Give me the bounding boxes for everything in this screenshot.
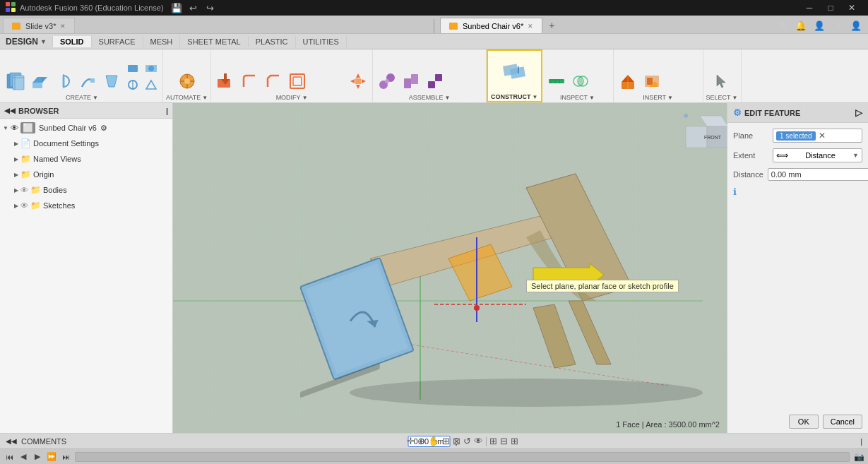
nav-icon-look[interactable]: 👁 — [474, 436, 483, 446]
insert-mcad-btn[interactable] — [683, 60, 700, 76]
scale-btn[interactable] — [310, 77, 327, 93]
extent-dropdown[interactable]: ⟺ Distance ▼ — [773, 148, 862, 162]
nav-icon-zoom-all[interactable]: ⊠ — [453, 436, 460, 446]
bodies-label: Bodies — [43, 186, 67, 194]
rib-btn[interactable] — [124, 60, 141, 76]
thread-btn[interactable] — [124, 77, 141, 93]
user-icon[interactable]: 👤 — [848, 18, 864, 33]
automate-btn[interactable] — [176, 70, 198, 93]
plane-clear-btn[interactable]: ✕ — [819, 131, 826, 141]
web-btn[interactable] — [143, 77, 160, 93]
ribbon-tab-surface[interactable]: SURFACE — [92, 36, 143, 47]
tl-next-fast[interactable]: ⏩ — [45, 451, 58, 463]
move-btn[interactable] — [347, 70, 369, 93]
doc-expand-icon: ▶ — [14, 141, 18, 147]
motion-link-btn[interactable] — [466, 77, 483, 93]
rigid-group-btn[interactable] — [448, 77, 465, 93]
fillet-btn[interactable] — [238, 70, 261, 93]
design-dropdown[interactable]: DESIGN ▼ — [0, 37, 53, 47]
comments-collapse-btn[interactable]: ◀◀ — [6, 437, 17, 445]
close-btn[interactable]: ✕ — [841, 0, 862, 16]
timeline-track[interactable] — [75, 452, 850, 462]
insert-mesh-btn[interactable] — [617, 70, 639, 93]
browser-item-bodies[interactable]: ▶ 👁 📁 Bodies — [11, 182, 172, 198]
sweep-btn[interactable] — [76, 70, 99, 93]
svg-rect-40 — [428, 81, 435, 88]
revolve-btn[interactable] — [52, 70, 75, 93]
ribbon-tab-sheetmetal[interactable]: SHEET METAL — [180, 36, 248, 47]
grid-icon[interactable]: ⊞ — [489, 436, 497, 446]
as-built-joint-btn[interactable] — [424, 70, 446, 93]
ribbon-tab-solid[interactable]: SOLID — [53, 36, 92, 47]
tab-sunbed-close[interactable]: ✕ — [528, 23, 533, 30]
ok-button[interactable]: OK — [789, 415, 819, 429]
root-options-icon[interactable]: ⚙ — [100, 124, 107, 133]
browser-item-doc-settings[interactable]: ▶ 📄 Document Settings — [11, 136, 172, 151]
tl-camera-icon[interactable]: 📷 — [852, 451, 865, 463]
grid2-icon[interactable]: ⊟ — [500, 436, 508, 446]
ribbon-tab-mesh[interactable]: MESH — [143, 36, 181, 47]
maximize-btn[interactable]: □ — [820, 0, 841, 16]
curvature-btn[interactable] — [593, 60, 610, 76]
press-pull-btn[interactable] — [214, 70, 237, 93]
joint-btn[interactable] — [376, 70, 398, 93]
grid-view-icon[interactable]: ⊞ — [775, 18, 790, 33]
viewport[interactable]: Select plane, planar face or sketch prof… — [173, 103, 727, 433]
new-component-btn[interactable] — [4, 70, 27, 93]
browser-item-sketches[interactable]: ▶ 👁 📁 Sketches — [11, 198, 172, 213]
browser-collapse-btn[interactable]: ◀◀ — [4, 107, 16, 114]
browser-item-origin[interactable]: ▶ 📁 Origin — [11, 167, 172, 182]
insert-canvas-btn[interactable] — [641, 70, 663, 93]
drive-joints-btn[interactable] — [466, 60, 483, 76]
distance-input[interactable] — [768, 168, 868, 181]
shell-btn[interactable] — [286, 70, 309, 93]
offset-plane-btn[interactable] — [500, 58, 528, 86]
comments-pin-btn[interactable]: | — [860, 437, 862, 446]
combine-btn[interactable] — [328, 60, 345, 76]
isocurve-btn[interactable] — [593, 77, 610, 93]
redo-btn[interactable]: ↪ — [203, 1, 218, 15]
nav-icon-move[interactable]: ✛ — [407, 436, 415, 446]
nav-icon-orbit[interactable]: ↺ — [463, 436, 471, 446]
tab-slide[interactable]: Slide v3* ✕ — [3, 18, 75, 33]
help-icon[interactable]: ? — [830, 18, 845, 33]
browser-item-root[interactable]: ▼ 👁 ⬜ Sunbed Chair v6 ⚙ — [0, 120, 172, 136]
nav-icon-snap[interactable]: ⊕ — [417, 436, 425, 446]
browser-pin-btn[interactable]: | — [166, 107, 168, 115]
tab-add-btn[interactable]: + — [544, 18, 559, 33]
tl-prev[interactable]: ◀ — [17, 451, 30, 463]
measure-btn[interactable] — [545, 70, 568, 93]
interference-btn[interactable] — [569, 70, 592, 93]
tl-goto-end[interactable]: ⏭ — [59, 451, 72, 463]
nav-icon-zoom-window[interactable]: ⊞ — [442, 436, 450, 446]
select-btn[interactable] — [711, 70, 733, 93]
notifications-icon[interactable]: 🔔 — [793, 18, 809, 33]
draft-btn[interactable] — [310, 60, 327, 76]
account-icon[interactable]: 👤 — [811, 18, 827, 33]
extrude-btn[interactable] — [28, 70, 51, 93]
joint-origin-btn[interactable] — [448, 60, 465, 76]
insert-mcad2-btn[interactable] — [683, 77, 700, 93]
ribbon-tab-plastic[interactable]: PLASTIC — [249, 36, 296, 47]
replace-btn[interactable] — [328, 77, 345, 93]
browser-item-named-views[interactable]: ▶ 📁 Named Views — [11, 151, 172, 167]
hole-btn[interactable] — [143, 60, 160, 76]
viewcube[interactable]: FRONT — [679, 109, 721, 151]
display-settings-icon[interactable]: ⊞ — [511, 436, 518, 446]
new-component-btn2[interactable] — [400, 70, 422, 93]
minimize-btn[interactable]: ─ — [799, 0, 820, 16]
tab-slide-close[interactable]: ✕ — [60, 23, 66, 30]
save-quick-btn[interactable]: 💾 — [170, 1, 184, 15]
tl-play[interactable]: ▶ — [31, 451, 44, 463]
chamfer-btn[interactable] — [262, 70, 285, 93]
insert-decal-btn[interactable] — [665, 77, 682, 93]
loft-btn[interactable] — [100, 70, 123, 93]
insert-svg-btn[interactable] — [665, 60, 682, 76]
undo-btn[interactable]: ↩ — [186, 1, 201, 15]
panel-expand-icon[interactable]: ▷ — [855, 107, 862, 118]
ribbon-tab-utilities[interactable]: UTILITIES — [296, 36, 347, 47]
tab-sunbed[interactable]: Sunbed Chair v6* ✕ — [440, 18, 542, 33]
tl-goto-start[interactable]: ⏮ — [3, 451, 16, 463]
cancel-button[interactable]: Cancel — [823, 415, 862, 429]
nav-icon-pan[interactable]: ✋ — [428, 436, 439, 446]
